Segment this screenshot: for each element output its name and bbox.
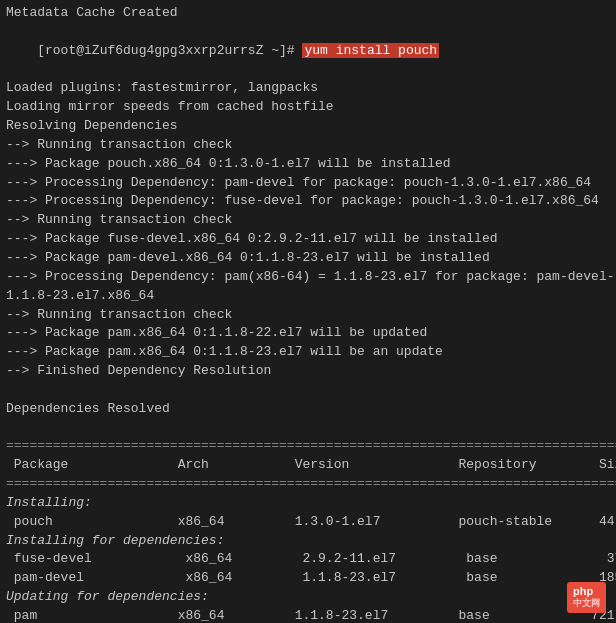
line-pam-devel-row: pam-devel x86_64 1.1.8-23.el7 base 185 k <box>6 569 610 588</box>
line-blank-1 <box>6 381 610 400</box>
line-pam-version: 1.1.8-23.el7.x86_64 <box>6 287 610 306</box>
line-loaded-plugins: Loaded plugins: fastestmirror, langpacks <box>6 79 610 98</box>
line-sep-2: ========================================… <box>6 475 610 494</box>
terminal-window: Metadata Cache Created [root@iZuf6dug4gp… <box>0 0 616 623</box>
watermark-sub: 中文网 <box>573 597 600 610</box>
line-blank-2 <box>6 419 610 438</box>
line-pkg-pouch: ---> Package pouch.x86_64 0:1.3.0-1.el7 … <box>6 155 610 174</box>
line-resolving-deps: Resolving Dependencies <box>6 117 610 136</box>
line-dep-pam-process: ---> Processing Dependency: pam(x86-64) … <box>6 268 610 287</box>
line-fuse-devel-install: ---> Package fuse-devel.x86_64 0:2.9.2-1… <box>6 230 610 249</box>
line-col-header: Package Arch Version Repository Size <box>6 456 610 475</box>
line-sep-1: ========================================… <box>6 437 610 456</box>
line-loading-mirror: Loading mirror speeds from cached hostfi… <box>6 98 610 117</box>
line-dep-pam-devel: ---> Processing Dependency: pam-devel fo… <box>6 174 610 193</box>
watermark-badge: php 中文网 <box>567 582 606 613</box>
line-fuse-devel-row: fuse-devel x86_64 2.9.2-11.el7 base 37 k <box>6 550 610 569</box>
line-installing: Installing: <box>6 494 610 513</box>
watermark-main: php <box>573 585 593 597</box>
line-updating-deps: Updating for dependencies: <box>6 588 610 607</box>
line-running-check-2: --> Running transaction check <box>6 211 610 230</box>
line-installing-deps: Installing for dependencies: <box>6 532 610 551</box>
line-prompt: [root@iZuf6dug4gpg3xxrp2urrsZ ~]# yum in… <box>6 23 610 80</box>
line-dep-fuse-devel: ---> Processing Dependency: fuse-devel f… <box>6 192 610 211</box>
line-deps-resolved: Dependencies Resolved <box>6 400 610 419</box>
line-pkg-pouch-row: pouch x86_64 1.3.0-1.el7 pouch-stable 44… <box>6 513 610 532</box>
line-pam-row: pam x86_64 1.1.8-23.el7 base 721 k <box>6 607 610 623</box>
line-metadata-cache: Metadata Cache Created <box>6 4 610 23</box>
command-highlight: yum install pouch <box>302 43 439 58</box>
line-pam-update: ---> Package pam.x86_64 0:1.1.8-23.el7 w… <box>6 343 610 362</box>
prompt-text: [root@iZuf6dug4gpg3xxrp2urrsZ ~]# <box>37 43 302 58</box>
line-running-check-3: --> Running transaction check <box>6 306 610 325</box>
line-finished-dep: --> Finished Dependency Resolution <box>6 362 610 381</box>
line-running-check-1: --> Running transaction check <box>6 136 610 155</box>
line-pam-updated: ---> Package pam.x86_64 0:1.1.8-22.el7 w… <box>6 324 610 343</box>
line-pam-devel-install: ---> Package pam-devel.x86_64 0:1.1.8-23… <box>6 249 610 268</box>
